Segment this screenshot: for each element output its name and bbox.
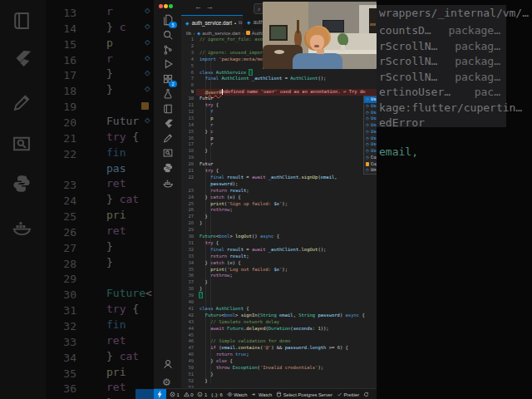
popup-row[interactable]: ◇UserTag.new (…) → UserTagdart:developer bbox=[364, 116, 377, 122]
back-button[interactable]: ← bbox=[195, 2, 202, 11]
remote-indicator[interactable] bbox=[154, 389, 166, 399]
activity-extensions-icon[interactable]: 2 bbox=[162, 73, 174, 85]
code-line[interactable]: 14 r bbox=[181, 122, 377, 129]
status-infos[interactable]: 1 bbox=[197, 392, 207, 397]
code-line[interactable]: 18 } bbox=[181, 148, 377, 155]
code-line[interactable]: 48 return true; bbox=[181, 352, 377, 358]
zoom-traffic-light[interactable] bbox=[169, 4, 173, 8]
activity-flutter-icon[interactable] bbox=[162, 118, 174, 130]
status-errors[interactable]: 1 bbox=[170, 392, 180, 397]
code-line[interactable]: 13 p bbox=[181, 116, 377, 122]
tab-auth_service-dart[interactable]: ◈auth_service.dart•⧉ bbox=[181, 15, 247, 30]
code-line[interactable]: 43 // Simulate network delay bbox=[181, 319, 377, 326]
code-line[interactable]: 45 bbox=[181, 332, 377, 339]
activity-accounts-icon[interactable] bbox=[162, 358, 174, 370]
code-editor[interactable]: 1// ignore_for_file: avoid_print23// ign… bbox=[181, 37, 377, 388]
status-watch-task[interactable]: Watch bbox=[227, 392, 248, 397]
line-number: 43 bbox=[181, 319, 194, 326]
code-line[interactable]: 34 } catch (e) { bbox=[181, 260, 377, 267]
code-line[interactable]: 20Futur bbox=[181, 161, 377, 168]
code-line[interactable]: 27 } bbox=[181, 214, 377, 220]
code-line[interactable]: 25 print('Sign up failed: $e'); bbox=[181, 201, 377, 208]
code-line[interactable]: 10Futur bbox=[181, 96, 377, 102]
code-text: r bbox=[200, 141, 214, 148]
code-line[interactable]: 46 // Simple validation for demo bbox=[181, 338, 377, 345]
code-line[interactable]: 37 } bbox=[181, 279, 377, 286]
activity-search-icon[interactable] bbox=[162, 29, 174, 41]
breadcrumb-item[interactable]: auth_service.dart bbox=[202, 31, 240, 36]
code-line[interactable]: 8 bbox=[181, 82, 377, 89]
popup-row[interactable]: ◇UserScrollNotification.new (…) → UserSc… bbox=[364, 135, 377, 142]
code-line[interactable]: password); bbox=[181, 181, 377, 188]
code-line[interactable]: 6class AuthService { bbox=[181, 70, 377, 76]
activity-run-and-debug-icon[interactable] bbox=[162, 58, 174, 70]
code-line[interactable]: 38} bbox=[181, 286, 377, 293]
code-line[interactable]: 15 } c bbox=[181, 129, 377, 135]
status-watch-task-2[interactable]: Watch bbox=[251, 392, 272, 397]
activity-docker-icon[interactable] bbox=[162, 177, 174, 189]
status-warnings[interactable]: 0 bbox=[184, 392, 194, 397]
code-line[interactable]: 36 rethrow; bbox=[181, 273, 377, 279]
code-line[interactable]: 42 Future<bool> signIn(String email, Str… bbox=[181, 313, 377, 319]
code-line[interactable]: 24 } catch (e) { bbox=[181, 195, 377, 201]
code-line[interactable]: 47 if (email.contains('@') && password.l… bbox=[181, 345, 377, 352]
autocomplete-popup[interactable]: ◇UseResult UseResult◇UseResult(…) → UseR… bbox=[363, 96, 377, 175]
popup-row[interactable]: ◇UseResult.unless(…) → UseResult bbox=[364, 110, 377, 116]
code-line[interactable]: 30Future<bool> logOut() async { bbox=[181, 234, 377, 240]
code-line[interactable]: 29 bbox=[181, 227, 377, 234]
popup-row[interactable]: CupertinoUserInterfaceLevelDatapackage:f… bbox=[364, 161, 377, 168]
status-reload[interactable] bbox=[363, 392, 371, 397]
popup-row[interactable]: ◇UseResult UseResult bbox=[364, 96, 377, 103]
activity-testing-icon[interactable] bbox=[162, 88, 174, 100]
code-line[interactable]: 28} bbox=[181, 220, 377, 227]
popup-row[interactable]: ◇CupertinoUserInterfaceLevel(…) → Cupert… bbox=[364, 155, 377, 161]
activity-settings-icon[interactable]: ⚙ bbox=[162, 374, 174, 386]
code-line[interactable]: 40 bbox=[181, 299, 377, 306]
code-line[interactable]: 7 final AuthClient _authClient = AuthCli… bbox=[181, 76, 377, 82]
code-line[interactable]: 22 final result = await _authClient.sign… bbox=[181, 175, 377, 181]
code-line[interactable]: 16 p bbox=[181, 135, 377, 142]
activity-explorer-icon[interactable]: 5 bbox=[162, 14, 174, 26]
status-postgres-server[interactable]: Select Postgres Server bbox=[276, 392, 332, 397]
close-traffic-light[interactable] bbox=[159, 4, 163, 8]
minimize-traffic-light[interactable] bbox=[164, 4, 168, 8]
popup-row[interactable]: ◇UserAccountsDrawerHeader(…) → UserAccou… bbox=[364, 129, 377, 135]
code-line[interactable]: 12 f bbox=[181, 109, 377, 116]
code-line[interactable]: 11 try { bbox=[181, 102, 377, 109]
code-line[interactable]: 41class AuthClient { bbox=[181, 306, 377, 313]
code-line[interactable]: 33 return result; bbox=[181, 254, 377, 260]
activity-python-icon[interactable] bbox=[162, 162, 174, 174]
code-line[interactable]: 52 } bbox=[181, 378, 377, 385]
popup-row[interactable]: ◇UserScrollNotification.new (…) → UserSc… bbox=[364, 141, 377, 148]
status-prettier[interactable]: Prettier bbox=[337, 392, 359, 397]
code-line[interactable]: 19 bbox=[181, 155, 377, 161]
split-editor-icon[interactable]: ⧉ bbox=[239, 20, 242, 26]
code-line[interactable]: Undefined name 'user' used as an annotat… bbox=[181, 89, 377, 96]
code-line[interactable]: 32 final result = await _authClient.logO… bbox=[181, 247, 377, 254]
popup-row[interactable]: ◇UserScrollNotification.new (…) → UserSc… bbox=[364, 148, 377, 155]
forward-button[interactable]: → bbox=[206, 2, 214, 11]
popup-row[interactable]: ◇UnsupportedError.new (…) → UnsupportedE… bbox=[364, 167, 377, 174]
code-token bbox=[200, 345, 210, 350]
code-line[interactable]: 35 print('Log out failed: $e'); bbox=[181, 267, 377, 273]
code-line[interactable]: 39} bbox=[181, 293, 377, 299]
code-line[interactable]: 23 return result; bbox=[181, 188, 377, 195]
code-line[interactable]: 17 r bbox=[181, 141, 377, 148]
code-line[interactable]: 49 } else { bbox=[181, 358, 377, 365]
code-line[interactable]: 44 await Future.delayed(Duration(seconds… bbox=[181, 326, 377, 332]
code-line[interactable]: 51 } bbox=[181, 372, 377, 378]
code-line[interactable]: 31 try { bbox=[181, 240, 377, 247]
status-code-metrics[interactable]: {..}: 6 bbox=[211, 392, 223, 397]
code-token: '@' bbox=[263, 345, 271, 350]
code-line[interactable]: 26 rethrow; bbox=[181, 207, 377, 214]
activity-docs-icon[interactable] bbox=[162, 103, 174, 115]
breadcrumb-item[interactable]: lib bbox=[186, 31, 191, 36]
popup-row[interactable]: ◇UserTag.new (…) → Use…dart:nativewrappe… bbox=[364, 122, 377, 129]
code-token: UnsupportedError.new bbox=[371, 167, 377, 172]
code-line[interactable]: 50 throw Exception('Invalid credentials'… bbox=[181, 365, 377, 372]
activity-edit-tool-icon[interactable] bbox=[162, 132, 174, 144]
activity-source-control-icon[interactable] bbox=[162, 44, 174, 56]
activity-search-code-icon[interactable] bbox=[162, 147, 174, 159]
popup-row[interactable]: ◇UseResult(…) → UseResult bbox=[364, 103, 377, 110]
code-line[interactable]: 21 try { bbox=[181, 168, 377, 175]
